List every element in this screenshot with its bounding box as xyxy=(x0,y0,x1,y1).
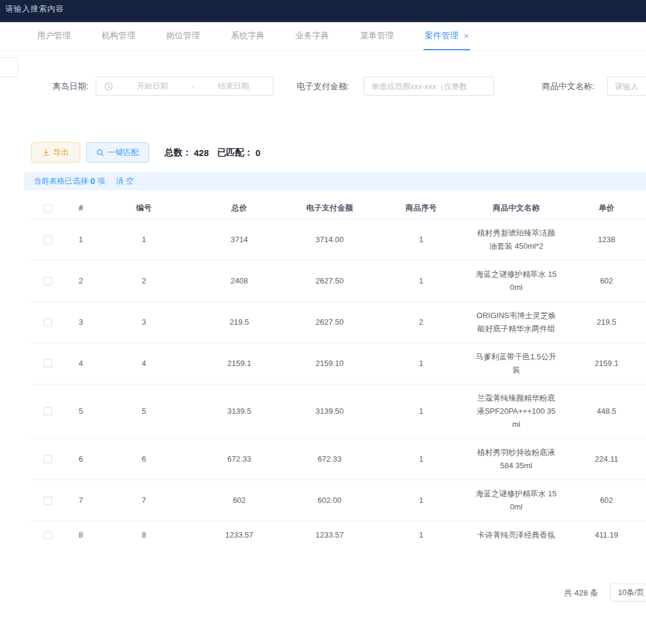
selection-suffix: 项 xyxy=(97,176,105,187)
top-navbar: 请输入搜索内容 xyxy=(0,0,646,22)
tab-label: 案件管理 xyxy=(425,30,458,41)
cell-total: 2408 xyxy=(190,260,288,301)
tab-7[interactable]: 案件管理× xyxy=(423,22,470,50)
clear-selection-link[interactable]: 清空 xyxy=(116,176,136,187)
table-row: 553139.53139.501兰蔻菁纯臻颜精华粉底液SPF20PA+++100… xyxy=(31,384,646,438)
row-checkbox[interactable] xyxy=(44,318,52,326)
cell-product-name: 海蓝之谜修护精萃水 150ml xyxy=(471,260,561,301)
cell-index: 4 xyxy=(64,343,97,384)
tab-label: 岗位管理 xyxy=(166,30,200,41)
page-size-value: 10条/页 xyxy=(618,587,644,598)
tab-2[interactable]: 机构管理 xyxy=(100,22,136,50)
toolbar: 导出 一键匹配 总数：428已匹配：0 xyxy=(31,142,269,163)
cell-index: 6 xyxy=(64,438,97,480)
match-counters: 总数：428已匹配：0 xyxy=(164,147,269,158)
cell-code: 7 xyxy=(97,480,190,521)
cell-unit-price: 219.5 xyxy=(561,301,646,343)
row-checkbox[interactable] xyxy=(44,359,52,368)
cell-seq: 1 xyxy=(371,384,471,438)
total-value: 428 xyxy=(194,148,209,158)
row-checkbox-cell xyxy=(31,219,64,260)
cell-total: 1233.57 xyxy=(190,521,288,541)
cell-seq: 1 xyxy=(371,521,471,541)
cell-index: 3 xyxy=(64,301,97,343)
row-checkbox[interactable] xyxy=(44,236,52,244)
tab-3[interactable]: 岗位管理 xyxy=(165,22,201,50)
cell-index: 7 xyxy=(64,480,97,521)
product-name-input-wrap xyxy=(607,77,646,96)
page-size-select[interactable]: 10条/页 xyxy=(610,584,646,602)
cell-epay: 2627.50 xyxy=(288,301,371,343)
cell-total: 672.33 xyxy=(190,438,288,480)
row-checkbox[interactable] xyxy=(44,531,52,539)
cell-index: 8 xyxy=(64,521,97,541)
cell-product-name: 海蓝之谜修护精萃水 150ml xyxy=(471,480,561,521)
row-checkbox-cell xyxy=(31,384,64,438)
table-row: 442159.12159.101马爹利蓝带干邑1.5公升装2159.1 xyxy=(31,343,646,384)
row-checkbox[interactable] xyxy=(44,277,52,285)
table-row: 2224082627.501海蓝之谜修护精萃水 150ml602 xyxy=(31,260,646,301)
cell-seq: 1 xyxy=(371,219,471,260)
cell-total: 602 xyxy=(190,480,288,521)
collapsed-panel[interactable] xyxy=(0,57,18,77)
cell-unit-price: 411.19 xyxy=(561,521,646,541)
row-checkbox[interactable] xyxy=(44,496,52,505)
cell-product-name: ORIGINS韦博士灵芝焕能好底子精华水两件组 xyxy=(471,301,561,343)
table-row: 33219.52627.502ORIGINS韦博士灵芝焕能好底子精华水两件组21… xyxy=(31,301,646,343)
cell-seq: 1 xyxy=(371,438,471,480)
cell-unit-price: 602 xyxy=(561,480,646,521)
cell-code: 1 xyxy=(97,219,190,260)
cell-index: 5 xyxy=(64,384,97,438)
select-all-checkbox[interactable] xyxy=(44,205,52,213)
column-header: 商品序号 xyxy=(371,197,471,219)
date-range-picker[interactable]: 开始日期 - 结束日期 xyxy=(96,77,273,96)
cell-epay: 602.00 xyxy=(288,480,371,521)
search-icon xyxy=(96,149,104,157)
matched-value: 0 xyxy=(255,148,260,158)
cell-total: 3714 xyxy=(190,219,288,260)
table-row: 66672.33672.331植村秀羽纱持妆粉底液 584 35ml224.11 xyxy=(31,438,646,480)
global-search-input[interactable]: 请输入搜索内容 xyxy=(5,4,64,14)
close-icon[interactable]: × xyxy=(464,31,469,40)
end-date-input[interactable]: 结束日期 xyxy=(194,81,273,91)
cell-epay: 2627.50 xyxy=(288,260,371,301)
row-checkbox[interactable] xyxy=(44,455,52,463)
row-checkbox[interactable] xyxy=(44,407,52,416)
product-name-input[interactable] xyxy=(608,77,646,95)
start-date-input[interactable]: 开始日期 xyxy=(113,81,191,91)
cell-product-name: 卡诗菁纯亮泽经典香氛 xyxy=(471,521,561,541)
row-checkbox-cell xyxy=(31,343,64,384)
table-row: 881233.571233.571卡诗菁纯亮泽经典香氛411.19 xyxy=(31,521,646,541)
row-checkbox-cell xyxy=(31,521,64,541)
cell-total: 2159.1 xyxy=(190,343,288,384)
selection-count: 0 xyxy=(90,176,95,186)
tab-4[interactable]: 系统字典 xyxy=(230,22,266,50)
table-body: 1137143714.001植村秀新琥珀臻萃洁颜油套装 450ml*212382… xyxy=(31,219,646,541)
export-button[interactable]: 导出 xyxy=(31,142,80,163)
cell-epay: 3139.50 xyxy=(288,384,371,438)
cell-seq: 2 xyxy=(371,301,471,343)
cell-product-name: 植村秀新琥珀臻萃洁颜油套装 450ml*2 xyxy=(471,219,561,260)
column-header: 商品中文名称 xyxy=(471,197,561,219)
tab-label: 用户管理 xyxy=(37,30,71,41)
cell-epay: 3714.00 xyxy=(288,219,371,260)
tab-label: 菜单管理 xyxy=(360,30,394,41)
row-checkbox-cell xyxy=(31,438,64,480)
epay-filter-label: 电子支付金额: xyxy=(297,77,349,96)
tab-5[interactable]: 业务字典 xyxy=(294,22,330,50)
cell-product-name: 兰蔻菁纯臻颜精华粉底液SPF20PA+++100 35ml xyxy=(471,384,561,438)
cell-unit-price: 224.11 xyxy=(561,438,646,480)
data-table: #编号总价电子支付金额商品序号商品中文名称单价 1137143714.001植村… xyxy=(31,197,646,541)
cell-seq: 1 xyxy=(371,260,471,301)
cell-unit-price: 1238 xyxy=(561,219,646,260)
tab-1[interactable]: 用户管理 xyxy=(36,22,72,50)
pagination-total: 共 428 条 xyxy=(564,588,598,599)
cell-epay: 1233.57 xyxy=(288,521,371,541)
cell-unit-price: 2159.1 xyxy=(561,343,646,384)
table-header-row: #编号总价电子支付金额商品序号商品中文名称单价 xyxy=(31,197,646,219)
epay-amount-input[interactable] xyxy=(364,77,493,95)
one-click-match-button[interactable]: 一键匹配 xyxy=(86,142,149,163)
tab-6[interactable]: 菜单管理 xyxy=(359,22,395,50)
tab-label: 机构管理 xyxy=(102,30,135,41)
column-header: 电子支付金额 xyxy=(288,197,371,219)
